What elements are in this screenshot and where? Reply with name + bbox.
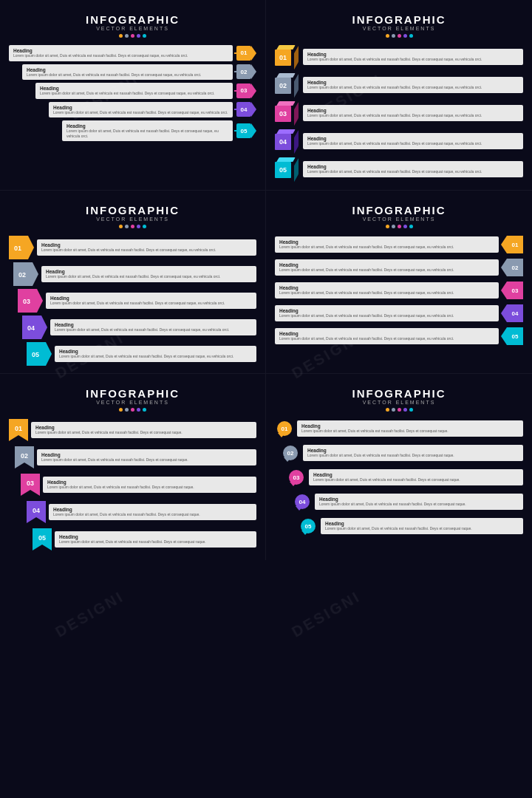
arrow-badge: 04 (22, 316, 47, 339)
section-5-subtitle: VECTOR ELEMENTS (9, 400, 256, 405)
item-text-box: Heading Lorem ipsum dolor sit amet, Duis… (9, 45, 233, 61)
list-item: 05 Heading Lorem ipsum dolor sit amet, D… (275, 157, 523, 181)
item-body: Lorem ipsum dolor sit amet, Duis et vehi… (307, 169, 519, 174)
item-text-box: Heading Lorem ipsum dolor sit amet, Duis… (37, 239, 256, 256)
badge-arrow (251, 123, 256, 138)
item-text-box: Heading Lorem ipsum dolor sit amet, Duis… (50, 319, 256, 335)
list-item: 04 Heading Lorem ipsum dolor sit amet, D… (275, 129, 523, 153)
watermark: DESIGNI (289, 588, 364, 641)
left-arrow-badge: 05 (501, 327, 523, 345)
section-5-header: INFOGRAPHIC VECTOR ELEMENTS (9, 387, 256, 412)
item-body: Lorem ipsum dolor sit amet, Duis et vehi… (35, 430, 252, 435)
section-1-subtitle: VECTOR ELEMENTS (9, 26, 256, 31)
item-heading: Heading (319, 497, 519, 502)
badge: 02 (236, 64, 251, 79)
dot-1 (119, 34, 123, 38)
section-5-title: INFOGRAPHIC (9, 387, 256, 400)
badge-rect: 03 (507, 282, 523, 299)
section-1-items: Heading Lorem ipsum dolor sit amet, Duis… (9, 45, 256, 141)
badge-num: 01 (282, 426, 288, 432)
arrow-badge-svg: 05 (27, 342, 52, 366)
dot-2 (125, 408, 129, 412)
section-2-title: INFOGRAPHIC (275, 13, 523, 26)
section-3-header: INFOGRAPHIC VECTOR ELEMENTS (9, 204, 256, 228)
item-heading: Heading (307, 136, 519, 141)
item-text-box: Heading Lorem ipsum dolor sit amet, Duis… (55, 346, 256, 362)
badge-rect: 01 (507, 236, 523, 253)
arrow-badge: 02 (13, 262, 38, 286)
svg-text:04: 04 (33, 507, 40, 514)
dot-1 (386, 225, 389, 228)
item-heading: Heading (279, 331, 494, 336)
svg-text:02: 02 (21, 452, 28, 460)
item-text-box: Heading Lorem ipsum dolor sit amet, Duis… (303, 161, 523, 177)
item-heading: Heading (279, 239, 494, 245)
dot-5 (409, 34, 413, 38)
left-arrow-badge: 02 (501, 259, 523, 276)
list-item: 03 Heading Lorem ipsum dolor sit amet, D… (21, 474, 256, 496)
dot-4 (137, 225, 140, 228)
item-body: Lorem ipsum dolor sit amet, Duis et vehi… (50, 301, 252, 306)
badge-arrow-tip (501, 327, 507, 345)
speech-badge: 01 (275, 419, 294, 438)
item-text-box: Heading Lorem ipsum dolor sit amet, Duis… (49, 504, 256, 520)
list-item: Heading Lorem ipsum dolor sit amet, Duis… (33, 120, 256, 141)
item-heading: Heading (40, 86, 228, 91)
list-item: 05 Heading Lorem ipsum dolor sit amet, D… (33, 528, 256, 550)
item-body: Lorem ipsum dolor sit amet, Duis et vehi… (307, 141, 519, 146)
badge: 03 (236, 83, 251, 98)
item-text-box: Heading Lorem ipsum dolor sit amet, Duis… (46, 293, 256, 309)
item-body: Lorem ipsum dolor sit amet, Duis et vehi… (59, 354, 252, 359)
list-item: Heading Lorem ipsum dolor sit amet, Duis… (275, 282, 523, 299)
item-heading: Heading (35, 425, 252, 430)
item-body: Lorem ipsum dolor sit amet, Duis et vehi… (279, 290, 494, 296)
cube-badge: 03 (275, 101, 299, 125)
dot-4 (403, 225, 407, 228)
section-6-header: INFOGRAPHIC VECTOR ELEMENTS (275, 387, 523, 412)
item-heading: Heading (41, 242, 252, 248)
list-item: Heading Lorem ipsum dolor sit amet, Duis… (275, 327, 523, 345)
svg-text:05: 05 (32, 351, 39, 358)
bookmark-badge: 02 (15, 446, 34, 468)
item-text-box: Heading Lorem ipsum dolor sit amet, Duis… (49, 102, 233, 118)
bookmark-svg: 03 (21, 474, 40, 496)
dot-5 (409, 225, 413, 228)
badge: 01 (236, 46, 251, 61)
section-3: INFOGRAPHIC VECTOR ELEMENTS 01 (0, 191, 266, 374)
item-heading: Heading (53, 507, 252, 512)
list-item: 01 Heading Lorem ipsum dolor sit amet, D… (9, 236, 256, 259)
section-4-dots (275, 225, 523, 228)
badge-rect: 05 (507, 327, 523, 345)
section-2-subtitle: VECTOR ELEMENTS (275, 26, 523, 31)
list-item: 04 Heading Lorem ipsum dolor sit amet, D… (293, 492, 523, 511)
bookmark-badge: 01 (9, 419, 28, 441)
section-5-items: 01 Heading Lorem ipsum dolor sit amet, D… (9, 419, 256, 553)
item-heading: Heading (301, 423, 519, 429)
section-2-dots (275, 34, 523, 38)
section-1-title: INFOGRAPHIC (9, 13, 256, 26)
item-text-box: Heading Lorem ipsum dolor sit amet, Duis… (303, 77, 523, 93)
item-body: Lorem ipsum dolor sit amet, Duis et vehi… (307, 453, 519, 458)
badge-arrow (251, 83, 256, 98)
cube-badge: 01 (275, 45, 299, 69)
item-heading: Heading (59, 349, 252, 354)
list-item: 04 Heading Lorem ipsum dolor sit amet, D… (27, 501, 256, 523)
item-body: Lorem ipsum dolor sit amet, Duis et vehi… (307, 57, 519, 62)
speech-tail (284, 457, 291, 462)
item-body: Lorem ipsum dolor sit amet, Duis et vehi… (53, 512, 252, 517)
svg-text:04: 04 (27, 324, 35, 332)
item-heading: Heading (307, 448, 519, 453)
item-body: Lorem ipsum dolor sit amet, Duis et vehi… (41, 248, 252, 253)
section-3-subtitle: VECTOR ELEMENTS (9, 216, 256, 222)
list-item: 05 Heading Lorem ipsum dolor sit amet, D… (299, 516, 523, 536)
item-text-box: Heading Lorem ipsum dolor sit amet, Duis… (303, 133, 523, 149)
speech-badge: 04 (293, 492, 312, 511)
section-1-header: INFOGRAPHIC VECTOR ELEMENTS (9, 13, 256, 38)
speech-badge: 03 (287, 468, 306, 487)
item-body: Lorem ipsum dolor sit amet, Duis et vehi… (279, 313, 494, 318)
badge-num: 05 (305, 523, 312, 530)
item-text-box: Heading Lorem ipsum dolor sit amet, Duis… (37, 449, 256, 466)
item-heading: Heading (279, 308, 494, 313)
list-item: Heading Lorem ipsum dolor sit amet, Duis… (9, 45, 256, 61)
item-heading: Heading (27, 67, 228, 72)
